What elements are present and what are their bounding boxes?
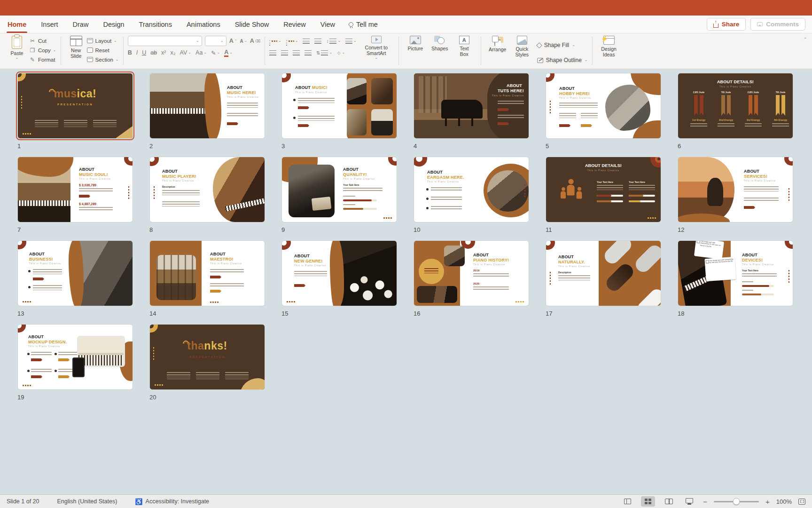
normal-view-button[interactable] (620, 496, 634, 507)
reading-view-button[interactable] (662, 496, 676, 507)
reset-button[interactable]: Reset (87, 46, 119, 54)
shape-outline-button[interactable]: Shape Outline⌄ (537, 55, 588, 66)
change-case-button[interactable]: Aa⌄ (195, 49, 207, 56)
decrease-indent-button[interactable] (303, 39, 310, 44)
quick-styles-button[interactable]: Quick Styles (510, 36, 534, 57)
slide-thumbnail-14[interactable]: ABOUT MAESTRO! This is Piano Creative (150, 241, 265, 306)
amount-value: $ 3,036,789 (79, 183, 96, 187)
slide-thumbnail-2[interactable]: ABOUT MUSIC HERE! This is Piano Creative (150, 73, 265, 138)
zoom-slider[interactable] (714, 501, 759, 502)
tab-transitions[interactable]: Transitions (138, 16, 173, 33)
increase-indent-button[interactable] (314, 39, 321, 44)
align-objects-button[interactable]: ⊹⌄ (337, 50, 345, 56)
slide-thumbnail-13[interactable]: ABOUT BUSINESS! This is Piano Creative (18, 241, 133, 306)
layout-button[interactable]: Layout⌄ (87, 37, 119, 45)
slide-thumbnail-20[interactable]: thanks! PRESENTATION (150, 325, 265, 389)
slide-thumbnail-17[interactable]: ABOUT NATURALLY. This is Piano Creative … (546, 241, 661, 306)
slide-thumbnail-15[interactable]: ABOUT NEW GENRE! This is Piano Creative (282, 241, 397, 306)
align-left-button[interactable] (269, 50, 276, 56)
bullets-button[interactable]: ⌄ (269, 39, 281, 43)
shapes-icon (434, 36, 445, 44)
font-size-dropdown[interactable]: ⌄ (205, 36, 226, 46)
zoom-in-button[interactable]: + (765, 498, 770, 505)
strikethrough-button[interactable]: ab (150, 49, 157, 56)
fit-to-window-button[interactable] (798, 499, 805, 505)
progress-bar (742, 285, 774, 287)
align-center-button[interactable] (281, 50, 288, 56)
character-spacing-button[interactable]: AV⌄ (180, 49, 191, 56)
zoom-slider-knob[interactable] (733, 498, 740, 505)
tab-review[interactable]: Review (282, 16, 307, 33)
bold-button[interactable]: B (128, 49, 132, 56)
slide-kicker: ABOUT (558, 255, 574, 260)
slide-thumbnail-6[interactable]: ABOUT DETAILS! This is Piano Creative 2,… (678, 73, 793, 138)
section-button[interactable]: Section⌄ (87, 56, 119, 64)
slide-kicker: ABOUT (559, 87, 575, 91)
slide-thumbnail-8[interactable]: ABOUT MUSIC PLAYER! This is Piano Creati… (150, 157, 265, 222)
decrease-font-size-button[interactable]: A⌄ (240, 39, 247, 44)
italic-button[interactable]: I (136, 49, 138, 56)
tab-insert[interactable]: Insert (40, 16, 59, 33)
slide-sorter-view-button[interactable] (641, 496, 655, 507)
tab-draw[interactable]: Draw (72, 16, 90, 33)
font-color-button[interactable]: A⌄ (224, 49, 233, 57)
tab-home[interactable]: Home (7, 16, 27, 33)
slide-kicker: ABOUT (79, 167, 94, 172)
increase-font-size-button[interactable]: A⌃ (229, 38, 237, 44)
clear-formatting-button[interactable]: A⌫ (250, 38, 260, 44)
quick-styles-icon (517, 36, 527, 45)
underline-button[interactable]: U (142, 49, 146, 56)
align-right-button[interactable] (293, 50, 300, 56)
slide-thumbnail-7[interactable]: ABOUT MUSIC SOUL! This is Piano Creative… (18, 157, 133, 222)
tab-animations[interactable]: Animations (186, 16, 221, 33)
subscript-button[interactable]: x₂ (171, 49, 176, 56)
cta-chip (559, 124, 570, 127)
picture-button[interactable]: Picture (403, 36, 428, 51)
placeholder-text (210, 283, 244, 287)
slide-thumbnail-19[interactable]: ABOUT MOCKUP DESIGN. This is Piano Creat… (18, 325, 133, 389)
tab-design[interactable]: Design (102, 16, 125, 33)
page-dots (155, 384, 163, 386)
tab-slide-show[interactable]: Slide Show (234, 16, 270, 33)
slide-thumbnail-18[interactable]: The image part with relationship ID rId2… (678, 241, 793, 306)
slide-thumbnail-3[interactable]: ABOUT MUSIC! This is Piano Creative (282, 73, 397, 138)
collapse-ribbon-button[interactable]: ⌃ (804, 37, 807, 42)
line-spacing-button[interactable]: ↕⌄ (326, 39, 341, 44)
arrange-button[interactable]: Arrange (485, 36, 510, 52)
justify-button[interactable] (304, 50, 312, 56)
copy-button[interactable]: ❐Copy⌄ (29, 46, 56, 54)
slide-thumbnail-11[interactable]: ABOUT DETAILS! This is Piano Creative Yo… (546, 157, 661, 222)
cut-button[interactable]: ✂Cut (29, 37, 56, 45)
zoom-out-button[interactable]: − (703, 498, 707, 505)
paste-button[interactable]: Paste ⌄ (5, 36, 29, 60)
slide-thumbnail-5[interactable]: ABOUT HOBBY HERE! This is Piano Creative (546, 73, 661, 138)
shapes-button[interactable]: Shapes (428, 36, 452, 51)
design-ideas-button[interactable]: Design Ideas (597, 36, 621, 57)
text-highlight-button[interactable]: ✎⌄ (211, 49, 220, 56)
shape-fill-button[interactable]: Shape Fill⌄ (537, 40, 588, 51)
superscript-button[interactable]: x² (161, 49, 166, 56)
tell-me-control[interactable]: Tell me (349, 21, 378, 28)
accessibility-checker[interactable]: ♿ Accessibility: Investigate (135, 498, 209, 505)
zoom-level[interactable]: 100% (776, 498, 792, 505)
slide-thumbnail-4[interactable]: ABOUT TUTS HERE! This is Piano Creative (414, 73, 529, 138)
format-painter-button[interactable]: ✎Format (29, 56, 56, 64)
slide-title: ABOUT DETAILS! (546, 164, 661, 168)
text-box-button[interactable]: A Text Box (452, 36, 476, 57)
tab-view[interactable]: View (320, 16, 336, 33)
slideshow-view-button[interactable] (682, 496, 696, 507)
convert-to-smartart-button[interactable]: Convert to SmartArt ⌄ (359, 36, 394, 60)
slide-thumbnail-16[interactable]: ABOUT PIANO HISTORY! This is Piano Creat… (414, 241, 529, 306)
numbering-button[interactable]: ⌄ (286, 39, 298, 43)
font-name-dropdown[interactable]: ⌄ (128, 36, 202, 46)
new-slide-button[interactable]: New Slide (65, 36, 87, 59)
slide-thumbnail-10[interactable]: ABOUT EARGASM HERE. This is Piano Creati… (414, 157, 529, 222)
align-text-button[interactable]: ⌄ (345, 39, 357, 44)
comments-button[interactable]: Comments (750, 18, 805, 31)
slide-thumbnail-9[interactable]: ABOUT QUANLITY! This is Piano Creative Y… (282, 157, 397, 222)
slide-thumbnail-12[interactable]: ABOUT SERVICES! This is Piano Creative (678, 157, 793, 222)
text-direction-button[interactable]: ⇅⌄ (316, 50, 332, 56)
slide-thumbnail-1[interactable]: musica! PRESENTATION (18, 73, 133, 138)
share-button[interactable]: Share (707, 18, 746, 31)
language-indicator[interactable]: English (United States) (57, 498, 117, 505)
